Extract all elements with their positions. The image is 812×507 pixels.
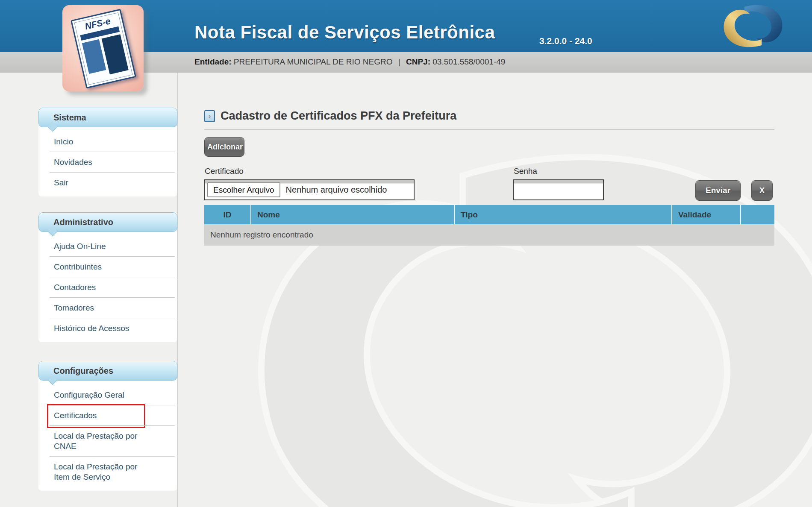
add-button[interactable]: Adicionar [204, 137, 244, 157]
sidebar-section-administrativo: Administrativo Ajuda On-Line Contribuint… [38, 212, 177, 342]
password-input[interactable] [513, 179, 604, 200]
sidebar-item-contribuintes[interactable]: Contribuintes [38, 257, 177, 277]
certificates-table: ID Nome Tipo Validade Nenhum registro en… [204, 205, 774, 246]
sidebar-item-certificados[interactable]: Certificados [38, 405, 177, 426]
sidebar-item-tomadores[interactable]: Tomadores [38, 298, 177, 318]
sidebar-item-configuracao-geral[interactable]: Configuração Geral [38, 385, 177, 405]
certificate-file-input[interactable]: Escolher Arquivo Nenhum arquivo escolhid… [204, 179, 415, 200]
sidebar-item-sair[interactable]: Sair [38, 173, 177, 193]
password-label: Senha [514, 167, 537, 176]
sidebar-header-configuracoes: Configurações [38, 361, 177, 381]
nfse-logo: NFS-e [62, 5, 144, 91]
submit-button[interactable]: Enviar [695, 180, 741, 201]
app-title: Nota Fiscal de Serviços Eletrônica [194, 22, 495, 43]
column-header-nome: Nome [250, 205, 454, 224]
table-empty-message: Nenhum registro encontrado [204, 224, 774, 246]
sidebar-section-sistema: Sistema Início Novidades Sair [38, 108, 177, 196]
sidebar-item-local-da-prestacao-por-cnae[interactable]: Local da Prestação por CNAE [38, 426, 177, 457]
chevron-right-icon: › [204, 110, 215, 122]
column-header-id: ID [204, 205, 250, 224]
cnpj-label: CNPJ: [406, 57, 430, 66]
column-header-actions [740, 205, 774, 224]
app-version: 3.2.0.0 - 24.0 [539, 36, 592, 46]
sidebar-item-historico-de-acessos[interactable]: Histórico de Acessos [38, 318, 177, 339]
sidebar-item-contadores[interactable]: Contadores [38, 277, 177, 298]
entity-separator: | [395, 57, 404, 66]
entity-label: Entidade: [194, 57, 232, 66]
sidebar-header-sistema: Sistema [38, 108, 177, 127]
cnpj-value: 03.501.558/0001-49 [432, 57, 505, 66]
choose-file-button[interactable]: Escolher Arquivo [207, 182, 280, 197]
sidebar-section-configuracoes: Configurações Configuração Geral Certifi… [38, 361, 177, 491]
brand-swirl-icon [721, 3, 786, 49]
page-title: Cadastro de Certificados PFX da Prefeitu… [221, 109, 456, 123]
layout-column-divider [177, 73, 178, 507]
certificate-label: Certificado [205, 167, 244, 176]
sidebar-item-novidades[interactable]: Novidades [38, 152, 177, 173]
entity-name: PREFEITURA MUNICIPAL DE RIO NEGRO [234, 57, 393, 66]
table-header-row: ID Nome Tipo Validade [204, 205, 774, 224]
sidebar-item-inicio[interactable]: Início [38, 132, 177, 152]
file-status-text: Nenhum arquivo escolhido [286, 185, 387, 195]
sidebar-header-administrativo: Administrativo [38, 212, 177, 232]
sidebar-item-local-da-prestacao-por-item-de-servico[interactable]: Local da Prestação por Item de Serviço [38, 457, 177, 487]
close-button[interactable]: X [751, 180, 773, 201]
sidebar-item-ajuda-on-line[interactable]: Ajuda On-Line [38, 236, 177, 257]
entity-info: Entidade: PREFEITURA MUNICIPAL DE RIO NE… [194, 57, 505, 67]
title-divider [204, 129, 774, 130]
column-header-validade: Validade [671, 205, 740, 224]
column-header-tipo: Tipo [454, 205, 671, 224]
